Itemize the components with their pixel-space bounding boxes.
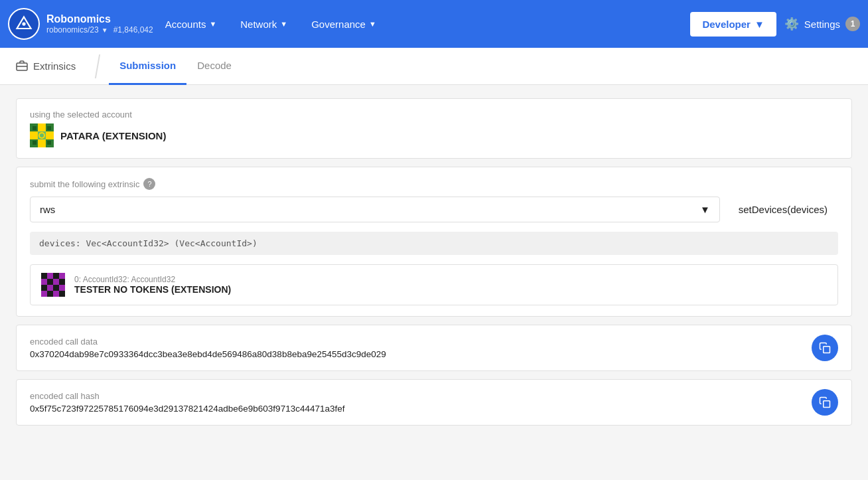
module-caret-icon: ▼ <box>700 204 710 215</box>
copy-call-data-button[interactable] <box>812 335 838 361</box>
encoded-call-data-label: encoded call data <box>30 337 386 347</box>
svg-rect-17 <box>47 141 51 145</box>
nav-accounts[interactable]: Accounts ▼ <box>153 0 229 48</box>
developer-caret-icon: ▼ <box>755 19 764 30</box>
notification-badge: 1 <box>845 17 860 31</box>
devices-type-hint: devices: Vec<AccountId32> (Vec<AccountId… <box>30 232 838 255</box>
account-avatar <box>30 123 54 147</box>
encoded-call-hash-card: encoded call hash 0x5f75c723f97225785176… <box>16 379 852 426</box>
device-info: 0: AccountId32: AccountId32 TESTER NO TO… <box>74 275 231 295</box>
accounts-caret-icon: ▼ <box>209 20 216 28</box>
main-content: using the selected account <box>0 85 868 447</box>
svg-rect-15 <box>47 126 51 130</box>
svg-rect-8 <box>30 131 38 139</box>
copy-call-hash-button[interactable] <box>812 389 838 416</box>
svg-rect-12 <box>38 139 46 147</box>
network-caret-icon: ▼ <box>102 27 108 34</box>
svg-rect-30 <box>47 285 53 291</box>
header: Robonomics robonomics/23 ▼ #1,846,042 Ac… <box>0 0 868 48</box>
encoded-call-hash-value: 0x5f75c723f97225785176094e3d29137821424a… <box>30 404 344 414</box>
encoded-call-hash-content: encoded call hash 0x5f75c723f97225785176… <box>30 391 344 414</box>
svg-rect-6 <box>38 123 46 131</box>
method-label: setDevices(devices) <box>728 204 838 215</box>
encoded-call-hash-label: encoded call hash <box>30 391 344 401</box>
svg-rect-34 <box>47 291 53 297</box>
extrinsics-menu[interactable]: Extrinsics <box>16 59 86 74</box>
extrinsic-row: rws ▼ setDevices(devices) <box>30 197 838 222</box>
encoded-call-data-card: encoded call data 0x370204dab98e7c093336… <box>16 325 852 371</box>
settings-area[interactable]: ⚙️ Settings 1 <box>784 17 860 31</box>
svg-point-19 <box>40 133 44 137</box>
extrinsic-card: submit the following extrinsic ? rws ▼ s… <box>16 167 852 317</box>
svg-rect-25 <box>41 279 47 285</box>
nav-governance[interactable]: Governance ▼ <box>299 0 388 48</box>
extrinsic-hint: submit the following extrinsic ? <box>30 178 838 190</box>
encoded-call-data-value: 0x370204dab98e7c0933364dcc3bea3e8ebd4de5… <box>30 349 386 359</box>
svg-rect-35 <box>53 291 59 297</box>
network-nav-caret-icon: ▼ <box>280 20 287 28</box>
app-network: robonomics/23 ▼ #1,846,042 <box>46 25 153 35</box>
svg-rect-33 <box>41 291 47 297</box>
module-select[interactable]: rws ▼ <box>30 197 720 222</box>
encoded-call-data-content: encoded call data 0x370204dab98e7c093336… <box>30 337 386 359</box>
nav-network[interactable]: Network ▼ <box>228 0 299 48</box>
svg-rect-31 <box>53 285 59 291</box>
svg-rect-32 <box>59 285 65 291</box>
device-id-label: 0: AccountId32: AccountId32 <box>74 275 231 284</box>
svg-rect-23 <box>53 273 59 279</box>
device-entry: 0: AccountId32: AccountId32 TESTER NO TO… <box>30 264 838 305</box>
settings-icon: ⚙️ <box>784 17 799 31</box>
app-name: Robonomics <box>46 13 153 25</box>
svg-rect-21 <box>41 273 47 279</box>
logo-area[interactable]: Robonomics robonomics/23 ▼ #1,846,042 <box>8 8 153 40</box>
svg-rect-14 <box>33 126 36 130</box>
help-icon[interactable]: ? <box>143 178 155 190</box>
svg-rect-16 <box>33 141 36 145</box>
svg-rect-27 <box>53 279 59 285</box>
account-hint: using the selected account <box>30 110 838 120</box>
device-avatar <box>41 273 65 297</box>
svg-point-1 <box>22 22 25 25</box>
account-value: PATARA (EXTENSION) <box>30 123 838 147</box>
tabs-bar: Extrinsics Submission Decode <box>0 48 868 85</box>
svg-rect-22 <box>47 273 53 279</box>
account-card: using the selected account <box>16 98 852 159</box>
nav-developer[interactable]: Developer ▼ <box>690 12 776 37</box>
svg-rect-29 <box>41 285 47 291</box>
svg-rect-26 <box>47 279 53 285</box>
svg-rect-37 <box>824 347 830 353</box>
logo-icon <box>8 8 40 40</box>
governance-caret-icon: ▼ <box>369 20 376 28</box>
device-name: TESTER NO TOKENS (EXTENSION) <box>74 284 231 295</box>
tab-divider <box>95 54 100 78</box>
extrinsics-icon <box>16 59 28 74</box>
svg-rect-24 <box>59 273 65 279</box>
svg-rect-36 <box>59 291 65 297</box>
tab-submission[interactable]: Submission <box>109 48 186 85</box>
svg-rect-28 <box>59 279 65 285</box>
tab-decode[interactable]: Decode <box>186 48 242 85</box>
logo-text: Robonomics robonomics/23 ▼ #1,846,042 <box>46 13 153 35</box>
svg-rect-10 <box>46 131 54 139</box>
svg-rect-38 <box>824 401 830 408</box>
